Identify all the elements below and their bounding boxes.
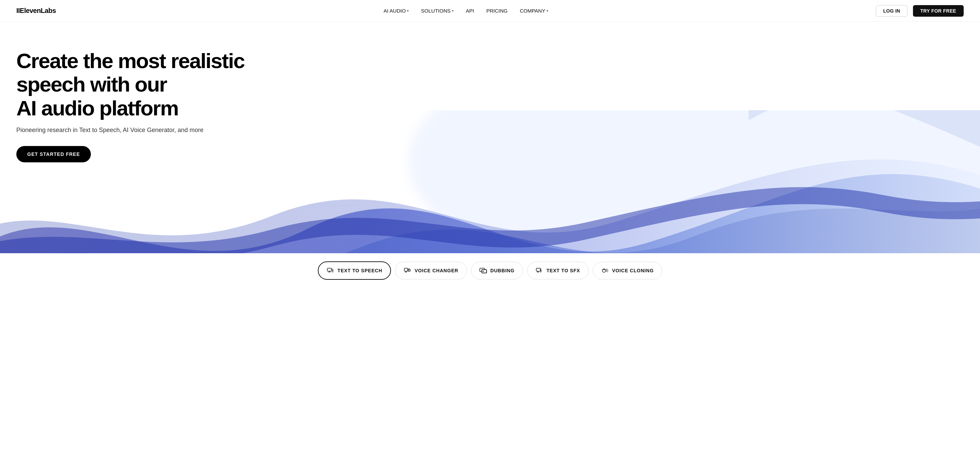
tab-voice-changer[interactable]: VOICE CHANGER <box>395 262 467 280</box>
try-for-free-button[interactable]: TRY FOR FREE <box>913 5 964 17</box>
text-to-sfx-icon <box>536 267 543 274</box>
svg-point-8 <box>602 269 606 272</box>
nav-item-pricing[interactable]: PRICING <box>486 8 508 14</box>
chevron-down-icon: ▾ <box>407 9 409 13</box>
hero-title: Create the most realistic speech with ou… <box>16 49 255 120</box>
nav-item-solutions[interactable]: SOLUTIONS ▾ <box>421 8 453 14</box>
hero-subtitle: Pioneering research in Text to Speech, A… <box>16 127 255 134</box>
get-started-button[interactable]: GET STARTED FREE <box>16 146 91 162</box>
svg-rect-7 <box>536 268 540 271</box>
login-button[interactable]: LOG IN <box>876 5 907 17</box>
nav-actions: LOG IN TRY FOR FREE <box>876 5 964 17</box>
tab-voice-cloning[interactable]: VOICE CLONING <box>593 262 662 280</box>
tab-text-to-speech[interactable]: TEXT TO SPEECH <box>318 261 391 280</box>
nav-links: AI AUDIO ▾ SOLUTIONS ▾ API PRICING COMPA… <box>383 8 548 14</box>
nav-item-api[interactable]: API <box>466 8 474 14</box>
navbar: IIElevenLabs AI AUDIO ▾ SOLUTIONS ▾ API … <box>0 0 980 22</box>
nav-item-company[interactable]: COMPANY ▾ <box>520 8 549 14</box>
nav-item-ai-audio[interactable]: AI AUDIO ▾ <box>383 8 409 14</box>
hero-section: Create the most realistic speech with ou… <box>0 22 980 253</box>
voice-changer-icon <box>404 267 411 274</box>
tab-dubbing[interactable]: DUBBING <box>471 262 523 280</box>
feature-tabs: TEXT TO SPEECH VOICE CHANGER DUBBING <box>0 253 980 285</box>
voice-cloning-icon <box>601 267 609 274</box>
chevron-down-icon: ▾ <box>546 9 548 13</box>
dubbing-icon <box>479 267 487 274</box>
chevron-down-icon: ▾ <box>452 9 453 13</box>
hero-text: Create the most realistic speech with ou… <box>16 49 255 162</box>
text-to-speech-icon <box>327 267 334 274</box>
logo[interactable]: IIElevenLabs <box>16 7 56 14</box>
tab-text-to-sfx[interactable]: TEXT TO SFX <box>527 262 589 280</box>
